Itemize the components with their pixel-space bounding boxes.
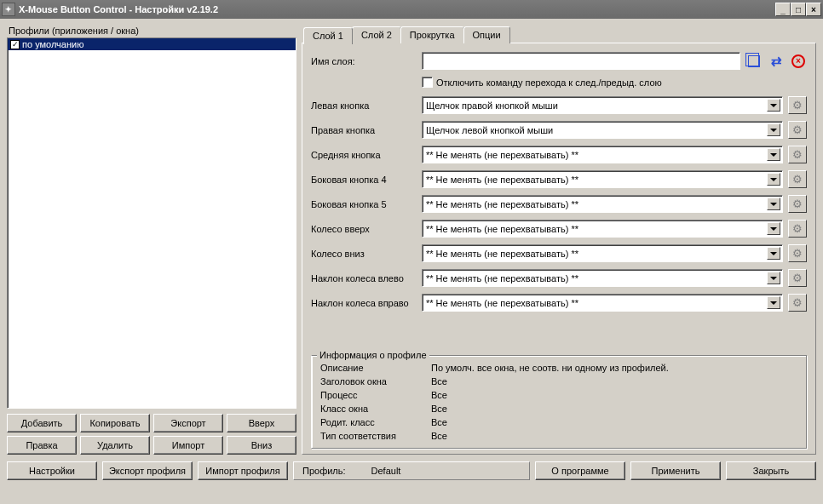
mapping-gear-button[interactable]: ⚙ bbox=[788, 269, 807, 287]
mapping-row: Наклон колеса вправо** Не менять (не пер… bbox=[311, 294, 807, 312]
mapping-gear-button[interactable]: ⚙ bbox=[788, 195, 807, 213]
mapping-select[interactable]: ** Не менять (не перехватывать) ** bbox=[422, 195, 783, 213]
info-value: Все bbox=[431, 431, 447, 441]
dropdown-arrow-icon bbox=[767, 198, 780, 210]
close-window-button[interactable]: × bbox=[806, 3, 821, 16]
swap-layer-button[interactable]: ⇄ bbox=[768, 53, 785, 70]
mapping-label: Колесо вниз bbox=[311, 249, 417, 259]
import-button[interactable]: Импорт bbox=[153, 436, 223, 455]
mapping-select[interactable]: ** Не менять (не перехватывать) ** bbox=[422, 294, 783, 312]
profile-item-label: по умолчанию bbox=[22, 39, 83, 49]
reset-icon: × bbox=[791, 54, 805, 68]
dropdown-arrow-icon bbox=[767, 222, 780, 235]
dropdown-arrow-icon bbox=[767, 173, 780, 186]
tab-layer1[interactable]: Слой 1 bbox=[303, 27, 353, 44]
info-value: Все bbox=[431, 404, 447, 414]
mapping-value: ** Не менять (не перехватывать) ** bbox=[426, 175, 578, 185]
info-row: ПроцессВсе bbox=[320, 388, 797, 402]
up-button[interactable]: Вверх bbox=[227, 414, 296, 432]
gear-icon: ⚙ bbox=[792, 99, 803, 112]
info-value: По умолч. все окна, не соотв. ни одному … bbox=[431, 363, 669, 373]
mapping-label: Средняя кнопка bbox=[311, 150, 417, 160]
export-profile-button[interactable]: Экспорт профиля bbox=[102, 461, 193, 480]
layer-panel: Слой 1 Слой 2 Прокрутка Опции Имя слоя: … bbox=[302, 26, 816, 455]
mapping-value: ** Не менять (не перехватывать) ** bbox=[426, 224, 578, 234]
gear-icon: ⚙ bbox=[792, 222, 803, 235]
tab-layer2[interactable]: Слой 2 bbox=[352, 26, 401, 43]
mapping-row: Боковая кнопка 5** Не менять (не перехва… bbox=[311, 195, 807, 213]
layer-name-label: Имя слоя: bbox=[311, 56, 417, 66]
delete-button[interactable]: Удалить bbox=[80, 436, 150, 455]
mapping-row: Левая кнопкаЩелчок правой кнопкой мыши⚙ bbox=[311, 96, 807, 114]
info-value: Все bbox=[431, 376, 447, 387]
maximize-button[interactable]: □ bbox=[791, 3, 806, 16]
edit-button[interactable]: Правка bbox=[7, 436, 77, 455]
profiles-panel: Профили (приложения / окна) ✓ по умолчан… bbox=[7, 26, 296, 455]
mapping-value: ** Не менять (не перехватывать) ** bbox=[426, 298, 578, 308]
down-button[interactable]: Вниз bbox=[227, 436, 296, 455]
mapping-select[interactable]: Щелчок правой кнопкой мыши bbox=[422, 96, 783, 114]
mapping-label: Наклон колеса влево bbox=[311, 273, 417, 284]
mapping-value: ** Не менять (не перехватывать) ** bbox=[426, 249, 578, 259]
info-key: Класс окна bbox=[320, 404, 431, 414]
gear-icon: ⚙ bbox=[792, 173, 803, 186]
mapping-value: ** Не менять (не перехватывать) ** bbox=[426, 273, 578, 284]
mapping-label: Левая кнопка bbox=[311, 100, 417, 111]
mapping-gear-button[interactable]: ⚙ bbox=[788, 146, 807, 163]
mapping-select[interactable]: ** Не менять (не перехватывать) ** bbox=[422, 244, 783, 262]
bottom-bar: Настройки Экспорт профиля Импорт профиля… bbox=[0, 461, 823, 487]
settings-button[interactable]: Настройки bbox=[7, 461, 97, 480]
mapping-value: Щелчок правой кнопкой мыши bbox=[426, 100, 558, 111]
mapping-value: ** Не менять (не перехватывать) ** bbox=[426, 150, 578, 160]
mapping-gear-button[interactable]: ⚙ bbox=[788, 244, 807, 262]
profiles-label: Профили (приложения / окна) bbox=[9, 26, 296, 36]
copy-layer-button[interactable] bbox=[745, 53, 763, 70]
info-key: Тип соответствия bbox=[320, 431, 431, 441]
info-value: Все bbox=[431, 390, 447, 400]
import-profile-button[interactable]: Импорт профиля bbox=[198, 461, 288, 480]
mapping-gear-button[interactable]: ⚙ bbox=[788, 220, 807, 238]
minimize-button[interactable]: _ bbox=[775, 3, 791, 16]
mapping-gear-button[interactable]: ⚙ bbox=[788, 96, 807, 114]
dropdown-arrow-icon bbox=[767, 123, 780, 136]
mapping-gear-button[interactable]: ⚙ bbox=[788, 170, 807, 188]
profile-checkbox[interactable]: ✓ bbox=[10, 40, 20, 49]
mapping-label: Боковая кнопка 4 bbox=[311, 175, 417, 185]
profile-info-legend: Информация о профиле bbox=[317, 350, 429, 360]
mapping-select[interactable]: ** Не менять (не перехватывать) ** bbox=[422, 170, 783, 188]
gear-icon: ⚙ bbox=[792, 198, 803, 210]
dropdown-arrow-icon bbox=[767, 99, 780, 112]
add-button[interactable]: Добавить bbox=[7, 414, 77, 432]
mapping-select[interactable]: Щелчок левой кнопкой мыши bbox=[422, 121, 783, 139]
profile-item-default[interactable]: ✓ по умолчанию bbox=[8, 38, 296, 50]
about-button[interactable]: О программе bbox=[535, 461, 625, 480]
mapping-select[interactable]: ** Не менять (не перехватывать) ** bbox=[422, 269, 783, 287]
info-row: Тип соответствияВсе bbox=[320, 429, 797, 443]
export-button[interactable]: Экспорт bbox=[153, 414, 223, 432]
info-row: Заголовок окнаВсе bbox=[320, 375, 797, 388]
tabs: Слой 1 Слой 2 Прокрутка Опции bbox=[303, 26, 816, 43]
layer-name-input[interactable] bbox=[422, 52, 740, 70]
mapping-gear-button[interactable]: ⚙ bbox=[788, 121, 807, 139]
mapping-row: Колесо вверх** Не менять (не перехватыва… bbox=[311, 220, 807, 238]
profile-list[interactable]: ✓ по умолчанию bbox=[7, 37, 296, 409]
tab-content: Имя слоя: ⇄ × Отключить команду перехода… bbox=[302, 43, 816, 455]
mapping-row: Боковая кнопка 4** Не менять (не перехва… bbox=[311, 170, 807, 188]
reset-layer-button[interactable]: × bbox=[790, 53, 807, 70]
profile-label: Профиль: bbox=[302, 466, 346, 476]
info-row: ОписаниеПо умолч. все окна, не соотв. ни… bbox=[320, 361, 797, 375]
mapping-select[interactable]: ** Не менять (не перехватывать) ** bbox=[422, 146, 783, 163]
mapping-row: Колесо вниз** Не менять (не перехватыват… bbox=[311, 244, 807, 262]
apply-button[interactable]: Применить bbox=[630, 461, 721, 480]
mapping-gear-button[interactable]: ⚙ bbox=[788, 294, 807, 312]
gear-icon: ⚙ bbox=[792, 272, 803, 284]
tab-scroll[interactable]: Прокрутка bbox=[400, 26, 464, 43]
mapping-row: Правая кнопкаЩелчок левой кнопкой мыши⚙ bbox=[311, 121, 807, 139]
copy-button[interactable]: Копировать bbox=[80, 414, 150, 432]
close-button[interactable]: Закрыть bbox=[726, 461, 816, 480]
disable-switch-checkbox[interactable] bbox=[422, 77, 433, 88]
tab-options[interactable]: Опции bbox=[463, 26, 510, 43]
mapping-select[interactable]: ** Не менять (не перехватывать) ** bbox=[422, 220, 783, 238]
info-key: Процесс bbox=[320, 390, 431, 400]
gear-icon: ⚙ bbox=[792, 296, 803, 309]
